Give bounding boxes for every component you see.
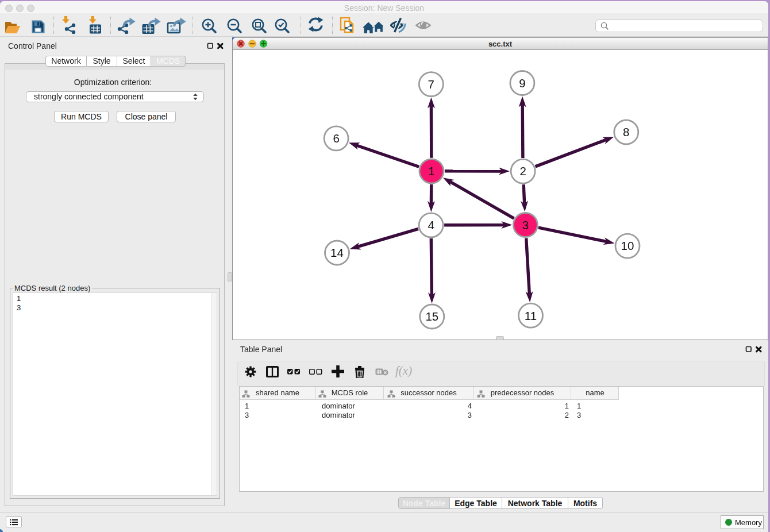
svg-text:14: 14: [330, 246, 344, 259]
svg-text:4: 4: [428, 218, 434, 232]
svg-text:8: 8: [623, 125, 629, 138]
svg-text:2: 2: [519, 164, 526, 178]
svg-text:1: 1: [428, 164, 434, 178]
svg-text:7: 7: [428, 78, 434, 91]
svg-text:6: 6: [333, 132, 339, 145]
svg-text:11: 11: [525, 309, 537, 322]
svg-text:10: 10: [621, 239, 634, 252]
svg-text:3: 3: [522, 218, 529, 232]
svg-text:15: 15: [425, 310, 438, 323]
svg-text:9: 9: [519, 76, 525, 90]
